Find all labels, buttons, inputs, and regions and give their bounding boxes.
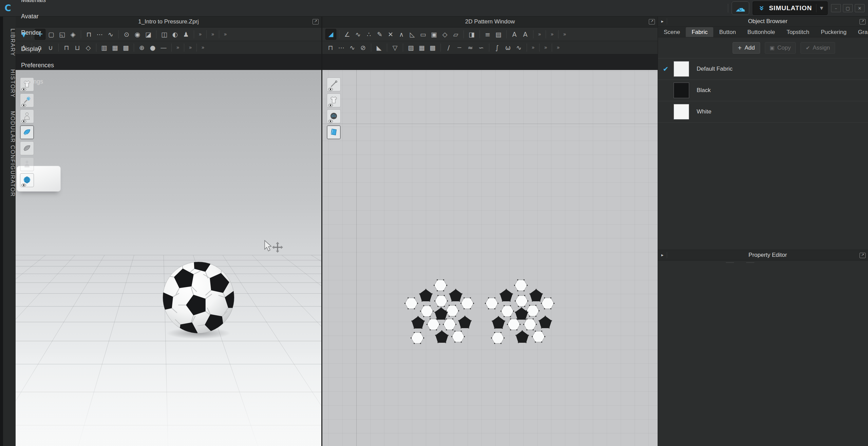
- popout-icon[interactable]: ↗: [313, 19, 319, 24]
- edit-curve-point-tool[interactable]: ∴: [364, 29, 374, 39]
- ruler-tool[interactable]: ▤: [493, 29, 504, 39]
- transform-pattern-tool[interactable]: ◢: [325, 29, 336, 40]
- zipper-tool[interactable]: —: [158, 42, 169, 53]
- cloth-texture-toggle[interactable]: [20, 141, 34, 155]
- pin-sphere-tool[interactable]: ◉: [132, 29, 143, 39]
- fit-garment-tool[interactable]: ▽: [390, 42, 400, 53]
- overflow-more[interactable]: »: [555, 42, 562, 53]
- 2d-pattern-canvas[interactable]: [322, 70, 658, 446]
- seam-taping-tool[interactable]: ∫: [492, 42, 502, 53]
- show-garment-overlay-toggle[interactable]: [327, 93, 341, 107]
- free-sewing-tool[interactable]: ∿: [106, 29, 116, 39]
- detach-sewing-tool[interactable]: ⊘: [358, 42, 368, 53]
- show-panel-tool[interactable]: ◨: [467, 29, 477, 39]
- garment-sides-tool[interactable]: ◐: [170, 29, 180, 39]
- object-browser-tab[interactable]: Button: [713, 27, 741, 37]
- stitch-display-tool[interactable]: ▥: [99, 42, 109, 53]
- rectangle-pattern-tool[interactable]: ▭: [418, 29, 428, 39]
- add-fabric-button[interactable]: + Add: [733, 42, 760, 54]
- segment-sewing-tool[interactable]: ⋯: [336, 42, 346, 53]
- popout-icon[interactable]: ↗: [860, 253, 866, 258]
- object-browser-tab[interactable]: Buttonhole: [742, 27, 781, 37]
- object-browser-tab[interactable]: Puckering: [815, 27, 852, 37]
- strap-tool[interactable]: ⊓: [61, 42, 72, 53]
- cloth-surface-toggle[interactable]: [20, 125, 34, 139]
- basting-tool[interactable]: ∕: [444, 42, 454, 53]
- show-pattern-toggle[interactable]: [327, 125, 341, 139]
- overflow-more[interactable]: »: [530, 42, 536, 53]
- White[interactable]: White: [658, 101, 868, 123]
- edit-intersection-tool[interactable]: ✕: [385, 29, 396, 39]
- menu-item[interactable]: Avatar: [16, 8, 60, 24]
- menu-item[interactable]: Preferences: [16, 57, 60, 73]
- popout-icon[interactable]: ↗: [649, 19, 655, 24]
- simulation-dropdown-caret[interactable]: ▼: [816, 4, 827, 12]
- collapse-arrow-icon[interactable]: ▸: [658, 252, 667, 258]
- edit-texture-tool[interactable]: ▨: [406, 42, 416, 53]
- overflow-more[interactable]: »: [200, 42, 206, 53]
- object-browser-tab[interactable]: Fabric: [686, 27, 713, 37]
- overflow-more[interactable]: »: [536, 29, 543, 39]
- menu-item[interactable]: Render: [16, 24, 60, 41]
- Black[interactable]: Black: [658, 79, 868, 101]
- pattern-clone-tool[interactable]: ▱: [451, 29, 461, 39]
- copy-fabric-button[interactable]: ▣ Copy: [765, 42, 796, 54]
- topstitch-segment-tool[interactable]: ω: [503, 42, 513, 53]
- grading-tool[interactable]: ≡: [483, 29, 493, 39]
- segment-basting-tool[interactable]: ┄: [454, 42, 465, 53]
- sewing-machine-tool[interactable]: ⊓: [325, 42, 336, 53]
- pattern-cluster-2[interactable]: [485, 279, 555, 344]
- menu-item[interactable]: Help: [16, 90, 60, 106]
- restore-button[interactable]: ▢: [843, 4, 853, 12]
- fold-board-tool[interactable]: ◇: [83, 42, 93, 53]
- button-tool[interactable]: ●: [148, 42, 158, 53]
- show-sewing-toggle[interactable]: [327, 77, 341, 91]
- menu-item[interactable]: Settings: [16, 73, 60, 90]
- menu-item[interactable]: Display: [16, 41, 60, 57]
- Default Fabric[interactable]: ✔ Default Fabric: [658, 58, 868, 79]
- minimize-button[interactable]: –: [831, 4, 841, 12]
- avatar-display-toggle[interactable]: [20, 157, 34, 171]
- fabric-pin-tool[interactable]: ◪: [143, 29, 153, 39]
- object-browser-tab[interactable]: Scene: [658, 27, 686, 37]
- tack-tool[interactable]: ≈: [465, 42, 475, 53]
- pattern-cluster-1[interactable]: [404, 279, 474, 344]
- soccer-ball-object[interactable]: [158, 257, 239, 338]
- show-environment-toggle[interactable]: [20, 173, 34, 187]
- free-sewing-tool[interactable]: ∿: [347, 42, 357, 53]
- trace-tool[interactable]: ◺: [407, 29, 417, 39]
- 3d-viewport[interactable]: [16, 70, 321, 446]
- fold-arrangement-tool[interactable]: ◫: [159, 29, 169, 39]
- collapse-arrow-icon[interactable]: ▸: [658, 18, 667, 24]
- edit-pattern-tool[interactable]: ∠: [342, 29, 352, 39]
- assign-fabric-button[interactable]: ✔ Assign: [800, 42, 835, 54]
- rail-tab[interactable]: LIBRARY: [6, 29, 16, 56]
- rail-tab[interactable]: HISTORY: [6, 69, 16, 98]
- overflow-more[interactable]: »: [209, 29, 216, 39]
- gizmo-tool[interactable]: ◈: [68, 29, 78, 39]
- dart-tool[interactable]: ◇: [440, 29, 450, 39]
- sewing-machine-tool[interactable]: ⊓: [84, 29, 94, 39]
- overflow-more[interactable]: »: [549, 29, 555, 39]
- menu-item[interactable]: Materials: [16, 0, 60, 8]
- add-point-tool[interactable]: ✎: [375, 29, 385, 39]
- text-cursor-tool[interactable]: A: [509, 29, 520, 39]
- edit-curvature-tool[interactable]: ∿: [353, 29, 363, 39]
- segment-sewing-tool[interactable]: ⋯: [95, 29, 105, 39]
- pin-tool[interactable]: ⊙: [121, 29, 132, 39]
- topstitch-free-tool[interactable]: ∿: [514, 42, 524, 53]
- show-avatar-tool[interactable]: ♟: [181, 29, 191, 39]
- tack-curve-tool[interactable]: ∽: [476, 42, 486, 53]
- polygon-tool[interactable]: ∧: [396, 29, 407, 39]
- simulation-button[interactable]: » SIMULATION ▼: [753, 1, 828, 15]
- object-browser-tab[interactable]: Gra: [852, 27, 868, 37]
- texture-checker-large-tool[interactable]: ▩: [428, 42, 438, 53]
- show-avatar-toggle[interactable]: [20, 109, 34, 123]
- add-button-tool[interactable]: ⊕: [137, 42, 147, 53]
- texture-checker-large-tool[interactable]: ▩: [121, 42, 131, 53]
- close-button[interactable]: ✕: [855, 4, 865, 12]
- object-browser-tab[interactable]: Topstitch: [781, 27, 815, 37]
- rail-tab[interactable]: MODULAR CONFIGURATOR: [6, 111, 16, 197]
- popout-icon[interactable]: ↗: [860, 19, 866, 24]
- texture-checker-tool[interactable]: ▦: [110, 42, 120, 53]
